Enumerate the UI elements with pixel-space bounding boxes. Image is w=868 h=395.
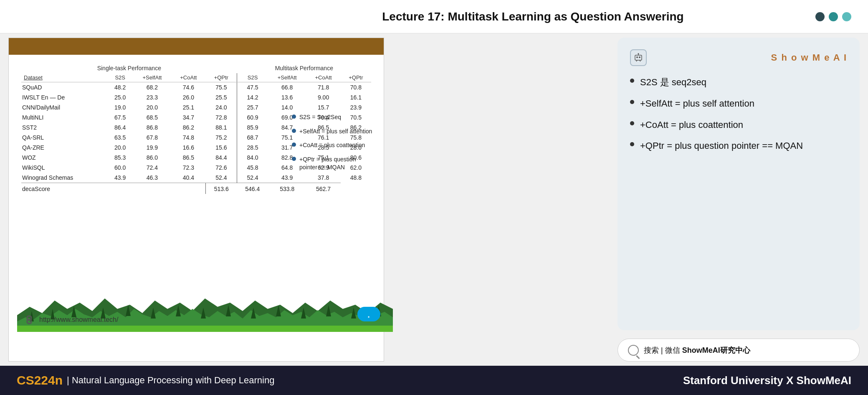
nav-dot-1[interactable] <box>815 12 825 21</box>
perf-cell: 75.5 <box>205 82 237 93</box>
bullet-2: +SelfAtt = plus self attention <box>630 97 847 110</box>
legend-bullet-1 <box>292 115 296 119</box>
bullet-dot-2 <box>630 100 634 104</box>
perf-cell: 14.0 <box>268 102 306 112</box>
dataset-name-cell: Winograd Schemas <box>21 173 107 183</box>
perf-cell: 47.5 <box>237 82 268 93</box>
perf-cell: 66.8 <box>268 82 306 93</box>
search-text: 搜索 | 微信 ShowMeAI研究中心 <box>644 345 750 355</box>
col-dataset: Dataset <box>21 73 107 82</box>
perf-cell: 72.3 <box>171 163 205 173</box>
perf-cell: 84.4 <box>205 153 237 163</box>
perf-cell: 88.1 <box>205 122 237 133</box>
brand-label: S h o w M e A I <box>771 52 847 63</box>
perf-cell: 25.7 <box>237 102 268 112</box>
perf-cell: 16.6 <box>171 143 205 153</box>
search-bar[interactable]: 搜索 | 微信 ShowMeAI研究中心 <box>617 339 860 362</box>
svg-rect-17 <box>17 326 393 332</box>
dataset-name-cell: QA-ZRE <box>21 143 107 153</box>
deca-score-row: decaScore513.6546.4533.8562.7 <box>21 183 371 194</box>
perf-cell: 70.8 <box>341 82 371 93</box>
perf-cell: 86.4 <box>107 122 133 133</box>
perf-cell: 67.5 <box>107 112 133 122</box>
search-icon <box>628 345 639 356</box>
col-selfatt-1: +SelfAtt <box>133 73 171 82</box>
perf-cell: 86.5 <box>171 153 205 163</box>
lecture-title: Lecture 17: Multitask Learning as Questi… <box>132 10 683 23</box>
svg-point-25 <box>639 56 640 58</box>
perf-cell: 26.0 <box>171 92 205 102</box>
deca-value: 513.6 <box>205 183 237 194</box>
footer: CS224n | Natural Language Processing wit… <box>0 366 868 395</box>
single-task-header: Single-task Performance <box>21 63 237 73</box>
deca-value: 533.8 <box>268 183 306 194</box>
dataset-name-cell: SST2 <box>21 122 107 133</box>
showmeai-card: S h o w M e A I S2S 是 seq2seq +SelfAtt =… <box>617 38 860 330</box>
perf-cell: 20.0 <box>107 143 133 153</box>
bullet-3: +CoAtt = plus coattention <box>630 119 847 132</box>
course-code: CS224n <box>17 373 63 387</box>
legend-item-2: +SelfAtt = plus self attention <box>292 127 375 136</box>
perf-cell: 68.5 <box>133 112 171 122</box>
table-row: SQuAD48.268.274.675.547.566.871.870.8 <box>21 82 371 93</box>
perf-cell: 84.0 <box>237 153 268 163</box>
deca-value: 562.7 <box>306 183 340 194</box>
bullet-dot-3 <box>630 121 634 125</box>
table-row: CNN/DailyMail19.020.025.124.025.714.015.… <box>21 102 371 112</box>
perf-cell: 15.7 <box>306 102 340 112</box>
perf-cell: 60.0 <box>107 163 133 173</box>
search-prefix: 搜索 | 微信 <box>644 346 682 354</box>
deca-value: 546.4 <box>237 183 268 194</box>
bullet-1: S2S 是 seq2seq <box>630 76 847 89</box>
legend-text-3: +CoAtt = plus coattention <box>299 141 365 150</box>
perf-cell: 75.2 <box>205 133 237 143</box>
link-icon <box>23 314 35 326</box>
university-name: Stanford University <box>683 374 783 387</box>
perf-cell: 14.2 <box>237 92 268 102</box>
nav-dot-2[interactable] <box>829 12 838 21</box>
dataset-name-cell: WOZ <box>21 153 107 163</box>
right-panel: S h o w M e A I S2S 是 seq2seq +SelfAtt =… <box>617 38 860 362</box>
perf-cell: 71.8 <box>306 82 340 93</box>
showmeai-footer: ShowMeAI <box>797 374 851 387</box>
course-name: | Natural Language Processing with Deep … <box>67 375 274 386</box>
perf-cell: 85.3 <box>107 153 133 163</box>
col-qptr-1: +QPtr <box>205 73 237 82</box>
legend-item-4: +QPtr = plus question pointer == MQAN <box>292 155 375 172</box>
nav-dots <box>815 12 851 21</box>
col-s2s-2: S2S <box>237 73 268 82</box>
legend-item-3: +CoAtt = plus coattention <box>292 141 375 150</box>
perf-cell: 74.6 <box>171 82 205 93</box>
perf-cell: 19.9 <box>133 143 171 153</box>
legend-text-1: S2S = Seq2Seq <box>299 113 341 122</box>
url-text: http://www.showmeai.tech/ <box>39 316 118 324</box>
legend-bullet-3 <box>292 143 296 147</box>
perf-cell: 74.8 <box>171 133 205 143</box>
perf-cell: 9.00 <box>306 92 340 102</box>
search-brand: ShowMeAI研究中心 <box>682 346 750 354</box>
svg-point-27 <box>638 53 639 54</box>
nav-dot-3[interactable] <box>842 12 851 21</box>
svg-rect-23 <box>635 55 642 60</box>
legend-text-2: +SelfAtt = plus self attention <box>299 127 372 136</box>
bullet-text-1: S2S 是 seq2seq <box>640 76 706 89</box>
perf-cell: 34.7 <box>171 112 205 122</box>
salesforce-cloud: ✦ <box>357 307 380 321</box>
perf-cell: 60.9 <box>237 112 268 122</box>
bullet-4: +QPtr = plus question pointer == MQAN <box>630 140 847 153</box>
dataset-name-cell: MultiNLI <box>21 112 107 122</box>
footer-right: Stanford University X ShowMeAI <box>683 374 851 387</box>
bullet-text-3: +CoAtt = plus coattention <box>640 119 743 132</box>
perf-cell: 43.9 <box>107 173 133 183</box>
legend-text-4: +QPtr = plus question pointer == MQAN <box>299 155 375 172</box>
col-coatt-2: +CoAtt <box>306 73 340 82</box>
perf-cell: 86.8 <box>133 122 171 133</box>
perf-cell: 72.4 <box>133 163 171 173</box>
perf-cell: 20.0 <box>133 102 171 112</box>
salesforce-icon: ✦ <box>359 308 378 321</box>
bullet-text-4: +QPtr = plus question pointer == MQAN <box>640 140 803 153</box>
bullet-dot-1 <box>630 79 634 83</box>
legend: S2S = Seq2Seq +SelfAtt = plus self atten… <box>292 113 375 178</box>
header: Lecture 17: Multitask Learning as Questi… <box>0 0 868 33</box>
table-row: IWSLT En — De25.023.326.025.514.213.69.0… <box>21 92 371 102</box>
